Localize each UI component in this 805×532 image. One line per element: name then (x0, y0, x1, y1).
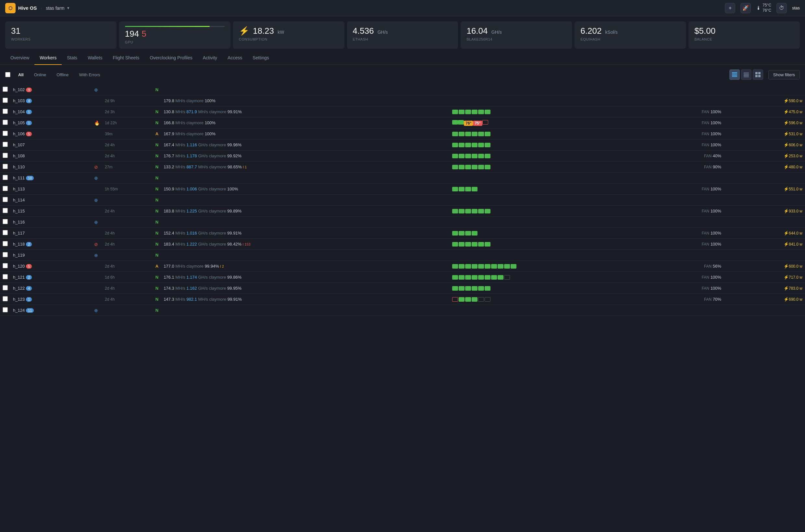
hash-main: 133.2 (164, 165, 174, 169)
table-row[interactable]: h_10342d 9h179.8 MH/s claymore 100%⚡590.… (0, 95, 805, 107)
rocket-button[interactable]: 🚀 (740, 3, 751, 13)
view-list-detailed[interactable] (729, 70, 740, 80)
tab-flight-sheets[interactable]: Flight Sheets (108, 51, 145, 65)
workers-body: h_1029⊕Nh_10342d 9h179.8 MH/s claymore 1… (0, 84, 805, 316)
table-row[interactable]: h_12312d 4hN147.3 MH/s 982.1 MH/s claymo… (0, 294, 805, 305)
power-lightning-icon: ⚡ (784, 275, 789, 280)
worker-pct: 99.91% (227, 231, 241, 235)
row-checkbox[interactable] (3, 230, 8, 235)
row-checkbox[interactable] (3, 131, 8, 136)
row-checkbox[interactable] (3, 241, 8, 246)
user-name[interactable]: stas (792, 5, 800, 11)
row-checkbox[interactable] (3, 175, 8, 180)
view-list-compact[interactable] (741, 70, 751, 80)
row-checkbox[interactable] (3, 197, 8, 202)
farm-name[interactable]: stas farm (46, 5, 65, 11)
table-row[interactable]: h_1082d 4hN176.7 MH/s 1.178 GH/s claymor… (0, 151, 805, 162)
gpu-bar (459, 187, 464, 191)
row-checkbox[interactable] (3, 252, 8, 257)
worker-status: N (155, 109, 159, 114)
worker-name: h_103 (13, 98, 25, 103)
filter-all[interactable]: All (16, 71, 26, 78)
tab-activity[interactable]: Activity (198, 51, 222, 65)
worker-uptime (102, 305, 153, 316)
row-checkbox[interactable] (3, 219, 8, 224)
tab-overview[interactable]: Overview (5, 51, 34, 65)
tab-overclocking[interactable]: Overclocking Profiles (144, 51, 198, 65)
table-row[interactable]: h_12121d 6hN176.1 MH/s 1.174 GH/s claymo… (0, 272, 805, 283)
filter-with-errors[interactable]: With Errors (77, 71, 103, 78)
gpu-bar (465, 154, 471, 158)
row-checkbox[interactable] (3, 87, 8, 92)
show-filters-button[interactable]: Show filters (768, 70, 800, 79)
table-row[interactable]: h_110⊘27mN133.2 MH/s 887.7 MH/s claymore… (0, 162, 805, 173)
stat-workers: 31 WORKERS (5, 21, 116, 49)
worker-name: h_111 (13, 175, 25, 180)
table-row[interactable]: h_106539mA167.9 MH/s claymore 100%FAN 10… (0, 129, 805, 139)
worker-badge: 2 (26, 275, 32, 280)
table-row[interactable]: h_1152d 4hN183.8 MH/s 1.225 GH/s claymor… (0, 206, 805, 217)
table-row[interactable]: h_1172d 4hN152.4 MH/s 1.016 GH/s claymor… (0, 228, 805, 239)
row-checkbox[interactable] (3, 109, 8, 114)
filter-online[interactable]: Online (32, 71, 49, 78)
hash-unit: MH/s (175, 209, 185, 213)
gpu-progress-bar (125, 26, 225, 27)
view-grid[interactable] (753, 70, 763, 80)
power-lightning-icon: ⚡ (784, 242, 789, 247)
stat-equihash: 6.202 kSol/s EQUIHASH (574, 21, 686, 49)
row-checkbox[interactable] (3, 142, 8, 147)
table-row[interactable]: h_1131h 55mN150.9 MH/s 1.006 GH/s claymo… (0, 184, 805, 195)
gpu-bar (498, 264, 504, 269)
sync-icon: ⊕ (94, 220, 98, 225)
row-checkbox[interactable] (3, 208, 8, 213)
hash-eth-unit: GH/s (198, 286, 208, 291)
table-row[interactable]: h_1072d 4hN167.4 MH/s 1.116 GH/s claymor… (0, 139, 805, 151)
table-row[interactable]: h_12411⊕N (0, 305, 805, 316)
row-checkbox[interactable] (3, 98, 8, 103)
table-row[interactable]: h_114⊕N (0, 195, 805, 206)
fan-pct: 100% (711, 209, 721, 213)
table-row[interactable]: h_1029⊕N (0, 84, 805, 95)
gpu-bar (459, 132, 464, 136)
worker-name: h_107 (13, 142, 25, 147)
row-checkbox[interactable] (3, 285, 8, 290)
row-checkbox[interactable] (3, 164, 8, 169)
gpu-bar-danger (482, 120, 488, 125)
worker-pct: 98.65% (227, 165, 242, 169)
table-row[interactable]: h_1182⊘2d 4hN183.4 MH/s 1.222 GH/s claym… (0, 239, 805, 250)
row-checkbox[interactable] (3, 296, 8, 301)
table-row[interactable]: h_12052d 4hA177.0 MH/s claymore 99.94% l… (0, 261, 805, 272)
tab-wallets[interactable]: Wallets (83, 51, 107, 65)
select-all-checkbox[interactable] (5, 72, 11, 77)
add-button[interactable]: + (725, 3, 735, 13)
gpu-bar (484, 143, 491, 147)
table-row[interactable]: h_12242d 4hN174.3 MH/s 1.162 GH/s claymo… (0, 283, 805, 294)
table-row[interactable]: h_116⊕N (0, 217, 805, 228)
miner-name: claymore (186, 131, 203, 136)
nav-tabs: Overview Workers Stats Wallets Flight Sh… (0, 51, 805, 65)
row-checkbox[interactable] (3, 274, 8, 279)
row-checkbox[interactable] (3, 153, 8, 158)
tab-workers[interactable]: Workers (34, 51, 62, 65)
tab-access[interactable]: Access (222, 51, 248, 65)
farm-dropdown-icon[interactable]: ▾ (67, 5, 70, 11)
miner-name: claymore (209, 231, 226, 235)
row-checkbox[interactable] (3, 120, 8, 125)
worker-uptime: 2d 4h (102, 283, 153, 294)
table-row[interactable]: h_119⊕N (0, 250, 805, 261)
worker-badge: 2 (26, 242, 32, 247)
row-checkbox[interactable] (3, 186, 8, 191)
fan-pct: 70% (713, 297, 721, 302)
row-checkbox[interactable] (3, 263, 8, 268)
filter-offline[interactable]: Offline (54, 71, 71, 78)
worker-uptime: 2d 4h (102, 239, 153, 250)
table-row[interactable]: h_11110⊕N (0, 173, 805, 184)
clock-button[interactable]: ⏱ (776, 3, 787, 13)
table-row[interactable]: h_10412d 3hN130.8 MH/s 871.9 MH/s claymo… (0, 107, 805, 117)
worker-status: N (155, 308, 159, 313)
tab-stats[interactable]: Stats (62, 51, 83, 65)
gpu-bar-empty (484, 297, 491, 302)
table-row[interactable]: h_1051🔥1d 22hN166.8 MH/s claymore 100%76… (0, 117, 805, 129)
row-checkbox[interactable] (3, 307, 8, 312)
tab-settings[interactable]: Settings (248, 51, 274, 65)
